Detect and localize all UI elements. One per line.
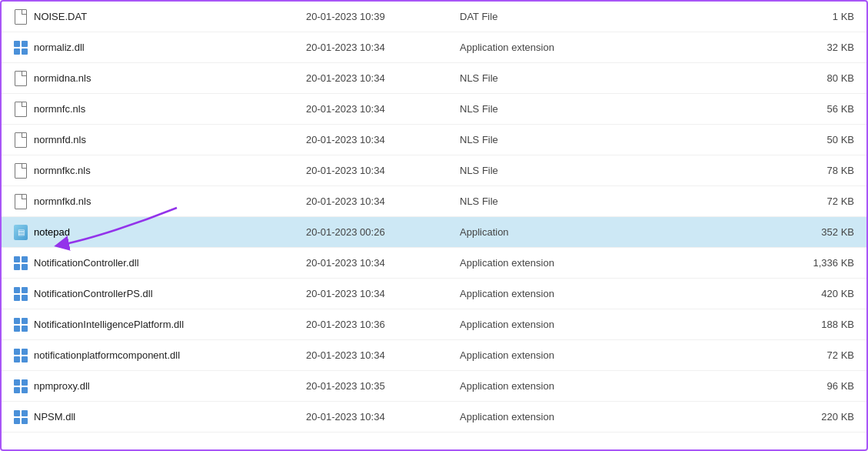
- file-size: 1 KB: [629, 11, 854, 22]
- file-type: DAT File: [460, 11, 629, 22]
- file-name: normnfkd.nls: [34, 195, 91, 207]
- file-date: 20-01-2023 10:34: [306, 288, 460, 299]
- file-icon: [14, 9, 28, 25]
- dll-icon: [14, 379, 28, 394]
- table-row[interactable]: normnfkc.nls 20-01-2023 10:34 NLS File 7…: [2, 155, 866, 186]
- file-size: 188 KB: [629, 319, 854, 330]
- file-date: 20-01-2023 10:39: [306, 11, 460, 22]
- file-date: 20-01-2023 00:26: [306, 226, 460, 238]
- file-type: Application extension: [460, 319, 629, 330]
- file-name-col: normnfd.nls: [14, 132, 306, 148]
- file-date: 20-01-2023 10:34: [306, 134, 460, 145]
- dll-icon: [14, 348, 28, 363]
- file-size: 72 KB: [629, 195, 854, 207]
- file-name: normaliz.dll: [34, 42, 85, 53]
- table-row[interactable]: NotificationController.dll 20-01-2023 10…: [2, 248, 866, 279]
- file-icon: [14, 102, 28, 117]
- file-type: Application extension: [460, 411, 629, 423]
- file-type: Application extension: [460, 380, 629, 392]
- file-size: 96 KB: [629, 380, 854, 392]
- file-date: 20-01-2023 10:34: [306, 195, 460, 207]
- dll-icon: [14, 286, 28, 302]
- file-icon: [14, 132, 28, 148]
- table-row[interactable]: normnfc.nls 20-01-2023 10:34 NLS File 56…: [2, 94, 866, 125]
- table-row[interactable]: NotificationControllerPS.dll 20-01-2023 …: [2, 279, 866, 309]
- file-type: Application: [460, 226, 629, 238]
- file-name-col: normidna.nls: [14, 71, 306, 86]
- dll-icon: [14, 40, 28, 55]
- table-row[interactable]: NPSM.dll 20-01-2023 10:34 Application ex…: [2, 402, 866, 433]
- file-size: 72 KB: [629, 349, 854, 361]
- file-type: NLS File: [460, 134, 629, 145]
- file-list: NOISE.DAT 20-01-2023 10:39 DAT File 1 KB…: [2, 2, 866, 449]
- file-date: 20-01-2023 10:34: [306, 42, 460, 53]
- file-name-col: normnfkc.nls: [14, 163, 306, 179]
- file-date: 20-01-2023 10:34: [306, 349, 460, 361]
- file-name-col: NotificationController.dll: [14, 256, 306, 271]
- file-name: normidna.nls: [34, 72, 91, 84]
- file-name-col: normaliz.dll: [14, 40, 306, 55]
- file-type: Application extension: [460, 257, 629, 269]
- file-name-col: notificationplatformcomponent.dll: [14, 348, 306, 363]
- file-name-col: npmproxy.dll: [14, 379, 306, 394]
- table-row[interactable]: normnfd.nls 20-01-2023 10:34 NLS File 50…: [2, 125, 866, 155]
- dll-icon: [14, 317, 28, 332]
- table-row[interactable]: NotificationIntelligencePlatform.dll 20-…: [2, 309, 866, 340]
- file-name-col: normnfkd.nls: [14, 194, 306, 209]
- file-icon: [14, 71, 28, 86]
- file-size: 56 KB: [629, 103, 854, 115]
- file-name: NPSM.dll: [34, 411, 75, 423]
- file-size: 220 KB: [629, 411, 854, 423]
- file-size: 32 KB: [629, 42, 854, 53]
- table-row[interactable]: NOISE.DAT 20-01-2023 10:39 DAT File 1 KB: [2, 2, 866, 32]
- file-date: 20-01-2023 10:34: [306, 72, 460, 84]
- file-date: 20-01-2023 10:34: [306, 103, 460, 115]
- file-size: 420 KB: [629, 288, 854, 299]
- file-name: normnfc.nls: [34, 103, 85, 115]
- dll-icon: [14, 409, 28, 425]
- file-type: NLS File: [460, 72, 629, 84]
- file-date: 20-01-2023 10:34: [306, 165, 460, 176]
- file-size: 1,336 KB: [629, 257, 854, 269]
- file-type: NLS File: [460, 165, 629, 176]
- file-icon: [14, 163, 28, 179]
- table-row[interactable]: normnfkd.nls 20-01-2023 10:34 NLS File 7…: [2, 186, 866, 217]
- file-name-col: NotificationControllerPS.dll: [14, 286, 306, 302]
- file-type: Application extension: [460, 42, 629, 53]
- file-name: notepad: [34, 226, 70, 238]
- table-row[interactable]: notificationplatformcomponent.dll 20-01-…: [2, 340, 866, 371]
- file-date: 20-01-2023 10:34: [306, 411, 460, 423]
- file-name: NotificationController.dll: [34, 257, 139, 269]
- table-row[interactable]: normidna.nls 20-01-2023 10:34 NLS File 8…: [2, 63, 866, 94]
- file-name: normnfd.nls: [34, 134, 86, 145]
- file-date: 20-01-2023 10:35: [306, 380, 460, 392]
- file-size: 80 KB: [629, 72, 854, 84]
- file-name: npmproxy.dll: [34, 380, 90, 392]
- file-date: 20-01-2023 10:34: [306, 257, 460, 269]
- file-size: 78 KB: [629, 165, 854, 176]
- file-name-col: notepad: [14, 225, 306, 240]
- file-type: Application extension: [460, 349, 629, 361]
- file-name: NOISE.DAT: [34, 11, 87, 22]
- table-row[interactable]: normaliz.dll 20-01-2023 10:34 Applicatio…: [2, 32, 866, 63]
- file-name: NotificationIntelligencePlatform.dll: [34, 319, 184, 330]
- file-size: 50 KB: [629, 134, 854, 145]
- file-type: NLS File: [460, 195, 629, 207]
- file-type: Application extension: [460, 288, 629, 299]
- file-size: 352 KB: [629, 226, 854, 238]
- file-name: notificationplatformcomponent.dll: [34, 349, 180, 361]
- table-row[interactable]: notepad 20-01-2023 00:26 Application 352…: [2, 217, 866, 248]
- file-name-col: normnfc.nls: [14, 102, 306, 117]
- file-name: normnfkc.nls: [34, 165, 91, 176]
- dll-icon: [14, 256, 28, 271]
- file-name: NotificationControllerPS.dll: [34, 288, 153, 299]
- app-icon: [14, 225, 28, 240]
- file-icon: [14, 194, 28, 209]
- file-name-col: NOISE.DAT: [14, 9, 306, 25]
- file-type: NLS File: [460, 103, 629, 115]
- file-name-col: NotificationIntelligencePlatform.dll: [14, 317, 306, 332]
- file-name-col: NPSM.dll: [14, 409, 306, 425]
- file-date: 20-01-2023 10:36: [306, 319, 460, 330]
- table-row[interactable]: npmproxy.dll 20-01-2023 10:35 Applicatio…: [2, 371, 866, 402]
